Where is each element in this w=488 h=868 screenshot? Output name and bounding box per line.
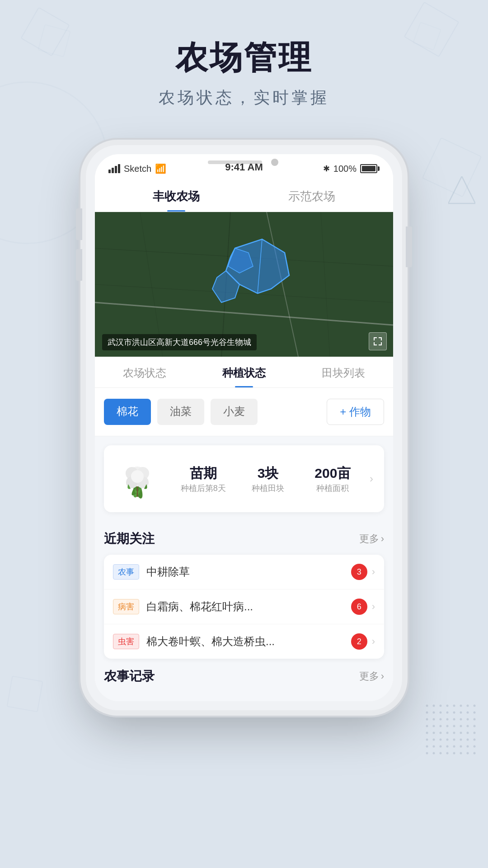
more-chevron-icon: › — [381, 533, 384, 545]
phone-wrapper: Sketch 📶 9:41 AM ✱ 100% — [0, 145, 488, 710]
content-tabs: 农场状态 种植状态 田块列表 — [95, 357, 393, 388]
farm-records-title: 农事记录 — [104, 668, 155, 685]
content-area: 棉花 油菜 小麦 + 作物 — [95, 388, 393, 701]
crop-stats: 苗期 种植后第8天 3块 种植田块 200亩 种植面积 — [171, 464, 365, 494]
phone-inner: Sketch 📶 9:41 AM ✱ 100% — [95, 154, 393, 701]
alert-item-farm-event[interactable]: 农事 中耕除草 3 › — [104, 555, 384, 590]
tab-shimannongchang[interactable]: 示范农场 — [244, 179, 380, 212]
crop-stat-plots: 3块 种植田块 — [235, 464, 300, 494]
alert-list: 农事 中耕除草 3 › 病害 白霜病、棉花红叶病... — [104, 555, 384, 659]
alert-badge-pest: 2 — [351, 633, 367, 650]
alert-text-disease: 白霜病、棉花红叶病... — [146, 599, 351, 614]
alert-chevron-icon-2: › — [372, 601, 375, 613]
alert-chevron-icon-1: › — [372, 566, 375, 578]
status-time: 9:41 AM — [225, 161, 263, 173]
battery-icon — [360, 164, 380, 173]
signal-bar-1 — [108, 170, 111, 173]
svg-point-24 — [131, 470, 144, 483]
crop-tab-rapeseed[interactable]: 油菜 — [157, 399, 204, 425]
power-button — [406, 226, 412, 267]
alert-text-farm-event: 中耕除草 — [146, 565, 351, 579]
status-right: ✱ 100% — [323, 164, 380, 174]
crop-tab-wheat[interactable]: 小麦 — [211, 399, 258, 425]
map-expand-button[interactable] — [369, 332, 387, 350]
cotton-image — [115, 456, 160, 501]
alert-tag-disease: 病害 — [113, 599, 139, 614]
tab-fengshounongchang[interactable]: 丰收农场 — [108, 179, 244, 212]
crop-tab-cotton[interactable]: 棉花 — [104, 399, 151, 425]
alert-item-pest[interactable]: 虫害 棉大卷叶螟、棉大造桥虫... 2 › — [104, 624, 384, 659]
page-subtitle: 农场状态，实时掌握 — [0, 87, 488, 109]
recent-concerns-more-button[interactable]: 更多 › — [359, 532, 384, 546]
page-header: 农场管理 农场状态，实时掌握 — [0, 0, 488, 127]
bluetooth-icon: ✱ — [323, 164, 330, 174]
farm-records-chevron-icon: › — [381, 670, 384, 682]
alert-text-pest: 棉大卷叶螟、棉大造桥虫... — [146, 634, 351, 649]
signal-bars — [108, 164, 120, 173]
alert-tag-pest: 虫害 — [113, 634, 139, 649]
crop-chevron-icon: › — [370, 472, 373, 485]
farm-records-header: 农事记录 更多 › — [95, 659, 393, 692]
carrier-name: Sketch — [124, 164, 151, 174]
status-bar: Sketch 📶 9:41 AM ✱ 100% — [95, 154, 393, 179]
farm-map[interactable]: 武汉市洪山区高新大道666号光谷生物城 — [95, 212, 393, 357]
map-address: 武汉市洪山区高新大道666号光谷生物城 — [102, 334, 257, 350]
battery-percentage: 100% — [333, 164, 357, 174]
volume-button-up — [76, 208, 82, 240]
signal-bar-3 — [115, 166, 117, 173]
crop-tabs: 棉花 油菜 小麦 + 作物 — [95, 388, 393, 436]
camera — [271, 159, 278, 166]
page-title: 农场管理 — [0, 36, 488, 80]
alert-badge-farm-event: 3 — [351, 564, 367, 580]
signal-bar-2 — [112, 168, 114, 173]
recent-concerns-header: 近期关注 更多 › — [95, 521, 393, 555]
signal-bar-4 — [118, 164, 120, 173]
alert-item-disease[interactable]: 病害 白霜病、棉花红叶病... 6 › — [104, 590, 384, 624]
crop-tab-add[interactable]: + 作物 — [327, 399, 384, 425]
volume-button-down — [76, 249, 82, 281]
farm-records-more-button[interactable]: 更多 › — [359, 670, 384, 683]
svg-line-8 — [95, 302, 393, 325]
farm-tab-nav: 丰收农场 示范农场 — [95, 179, 393, 212]
recent-concerns-title: 近期关注 — [104, 530, 155, 547]
phone-mockup: Sketch 📶 9:41 AM ✱ 100% — [86, 145, 402, 710]
tab-plot-list[interactable]: 田块列表 — [294, 357, 393, 387]
svg-rect-2 — [425, 703, 479, 758]
alert-badge-disease: 6 — [351, 599, 367, 615]
farm-records-section: 农事记录 更多 › — [95, 659, 393, 692]
crop-stat-stage: 苗期 种植后第8天 — [171, 464, 235, 494]
crop-info-card[interactable]: 苗期 种植后第8天 3块 种植田块 200亩 种植面积 › — [104, 445, 384, 512]
tab-planting-status[interactable]: 种植状态 — [194, 357, 294, 387]
alert-tag-farm-event: 农事 — [113, 564, 139, 580]
svg-line-7 — [321, 212, 330, 357]
recent-concerns-section: 近期关注 更多 › 农事 中耕除草 3 — [95, 521, 393, 659]
status-left: Sketch 📶 — [108, 163, 166, 174]
alert-chevron-icon-3: › — [372, 636, 375, 647]
crop-stat-area: 200亩 种植面积 — [300, 464, 365, 494]
wifi-icon: 📶 — [155, 163, 166, 174]
tab-farm-status[interactable]: 农场状态 — [95, 357, 194, 387]
